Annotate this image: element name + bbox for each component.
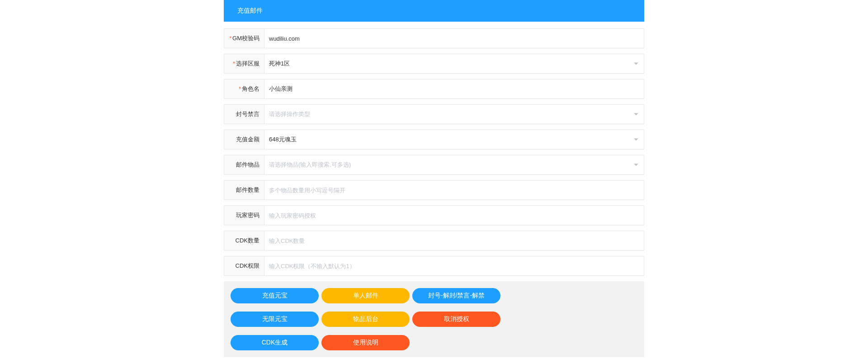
unlimited-yuanbao-button[interactable]: 无限元宝 [231, 312, 319, 327]
label-cdk-qty: CDK数量 [224, 231, 264, 250]
ban-placeholder: 请选择操作类型 [269, 110, 310, 118]
row-cdk-perm: CDK权限 [224, 256, 644, 276]
required-mark: * [229, 35, 231, 42]
button-section: 充值元宝 单人邮件 封号-解封/禁言-解禁 无限元宝 物品后台 取消授权 CDK… [224, 281, 644, 357]
player-pwd-input[interactable] [264, 207, 644, 224]
label-text: 玩家密码 [236, 211, 259, 219]
label-text: 邮件数量 [236, 186, 259, 194]
label-player-pwd: 玩家密码 [224, 206, 264, 225]
header: 充值邮件 [224, 0, 644, 22]
mail-qty-input[interactable] [264, 182, 644, 199]
label-server: * 选择区服 [224, 54, 264, 73]
label-text: 封号禁言 [236, 110, 259, 118]
row-recharge: 充值金额 648元魂玉 [224, 130, 644, 149]
row-cdk-qty: CDK数量 [224, 231, 644, 251]
button-row-1: 充值元宝 单人邮件 封号-解封/禁言-解禁 [231, 288, 637, 303]
row-role-name: * 角色名 [224, 79, 644, 99]
button-row-2: 无限元宝 物品后台 取消授权 [231, 312, 637, 327]
label-mail-qty: 邮件数量 [224, 181, 264, 200]
cancel-auth-button[interactable]: 取消授权 [412, 312, 500, 327]
ban-unban-button[interactable]: 封号-解封/禁言-解禁 [412, 288, 500, 303]
row-player-pwd: 玩家密码 [224, 205, 644, 225]
row-mail-qty: 邮件数量 [224, 180, 644, 200]
chevron-down-icon [634, 113, 638, 116]
label-text: CDK权限 [236, 262, 259, 270]
ban-select[interactable]: 请选择操作类型 [264, 105, 644, 124]
mail-items-select[interactable]: 请选择物品(输入即搜索,可多选) [264, 155, 644, 174]
row-gm-code: * GM校验码 [224, 28, 644, 48]
label-recharge: 充值金额 [224, 130, 264, 149]
server-select[interactable]: 死神1区 [264, 54, 644, 73]
instructions-button[interactable]: 使用说明 [321, 335, 410, 350]
label-mail-items: 邮件物品 [224, 155, 264, 174]
chevron-down-icon [634, 139, 638, 141]
label-role-name: * 角色名 [224, 79, 264, 98]
recharge-yuanbao-button[interactable]: 充值元宝 [231, 288, 319, 303]
label-text: CDK数量 [236, 237, 259, 245]
required-mark: * [239, 86, 241, 92]
single-mail-button[interactable]: 单人邮件 [321, 288, 410, 303]
chevron-down-icon [634, 63, 638, 65]
gm-code-input[interactable] [264, 30, 644, 47]
label-text: 选择区服 [236, 60, 259, 68]
label-text: GM校验码 [232, 34, 259, 42]
label-text: 充值金额 [236, 135, 259, 144]
cdk-qty-input[interactable] [264, 232, 644, 250]
cdk-gen-button[interactable]: CDK生成 [231, 335, 319, 350]
row-ban: 封号禁言 请选择操作类型 [224, 104, 644, 124]
item-backend-button[interactable]: 物品后台 [321, 312, 410, 327]
chevron-down-icon [634, 164, 638, 166]
role-name-input[interactable] [264, 80, 644, 98]
mail-items-placeholder: 请选择物品(输入即搜索,可多选) [269, 161, 351, 169]
recharge-value: 648元魂玉 [269, 135, 297, 144]
server-value: 死神1区 [269, 60, 290, 68]
label-text: 邮件物品 [236, 161, 259, 169]
row-mail-items: 邮件物品 请选择物品(输入即搜索,可多选) [224, 155, 644, 175]
recharge-select[interactable]: 648元魂玉 [264, 130, 644, 149]
row-server: * 选择区服 死神1区 [224, 54, 644, 74]
header-title: 充值邮件 [237, 7, 263, 14]
label-gm-code: * GM校验码 [224, 29, 264, 48]
label-ban: 封号禁言 [224, 105, 264, 124]
required-mark: * [233, 60, 235, 67]
cdk-perm-input[interactable] [264, 257, 644, 275]
button-row-3: CDK生成 使用说明 [231, 335, 637, 350]
label-text: 角色名 [242, 85, 259, 93]
label-cdk-perm: CDK权限 [224, 256, 264, 275]
